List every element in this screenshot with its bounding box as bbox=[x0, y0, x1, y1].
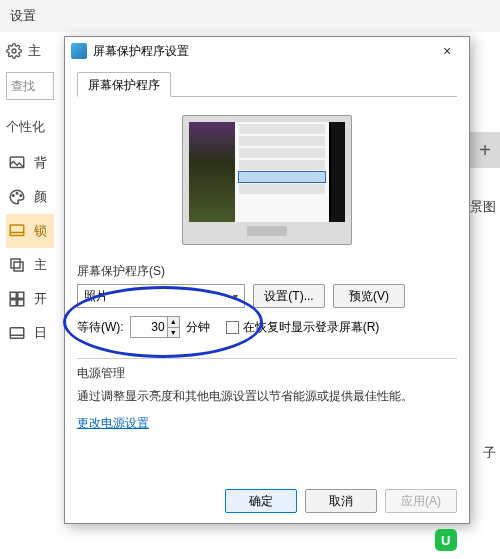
resume-checkbox[interactable]: 在恢复时显示登录屏幕(R) bbox=[226, 319, 380, 336]
settings-title: 设置 bbox=[10, 7, 36, 25]
add-button[interactable]: + bbox=[470, 132, 500, 168]
tab-strip: 屏幕保护程序 bbox=[77, 71, 457, 97]
svg-rect-5 bbox=[10, 225, 24, 236]
screensaver-dialog: 屏幕保护程序设置 × 屏幕保护程序 屏幕保护程序(S) bbox=[64, 36, 470, 524]
svg-rect-6 bbox=[11, 259, 20, 268]
svg-point-2 bbox=[13, 195, 15, 197]
close-icon: × bbox=[443, 43, 451, 59]
dialog-title: 屏幕保护程序设置 bbox=[93, 43, 189, 60]
sidebar-item-colors[interactable]: 颜 bbox=[6, 180, 54, 214]
sidebar-item-lockscreen[interactable]: 锁 bbox=[6, 214, 54, 248]
theme-icon bbox=[8, 256, 26, 274]
power-settings-link[interactable]: 更改电源设置 bbox=[77, 415, 457, 432]
resume-label: 在恢复时显示登录屏幕(R) bbox=[243, 319, 380, 336]
close-button[interactable]: × bbox=[431, 43, 463, 59]
sidebar-item-label: 颜 bbox=[34, 188, 47, 206]
svg-rect-11 bbox=[18, 300, 24, 306]
svg-rect-9 bbox=[18, 292, 24, 298]
sidebar-item-background[interactable]: 背 bbox=[6, 146, 54, 180]
svg-rect-7 bbox=[14, 262, 23, 271]
watermark-url: UJIAOSHOU.COM bbox=[418, 553, 494, 559]
svg-rect-8 bbox=[10, 292, 16, 298]
start-icon bbox=[8, 290, 26, 308]
svg-point-4 bbox=[20, 195, 22, 197]
sidebar-item-start[interactable]: 开 bbox=[6, 282, 54, 316]
tab-label: 屏幕保护程序 bbox=[88, 78, 160, 92]
tab-screensaver[interactable]: 屏幕保护程序 bbox=[77, 72, 171, 97]
wait-spinner[interactable]: ▲ ▼ bbox=[130, 316, 180, 338]
settings-sidebar: 主 查找 个性化 背 颜 锁 主 bbox=[0, 32, 60, 559]
monitor-screen bbox=[189, 122, 345, 222]
apply-button[interactable]: 应用(A) bbox=[385, 489, 457, 513]
svg-point-0 bbox=[12, 49, 16, 53]
wait-unit: 分钟 bbox=[186, 319, 210, 336]
plus-icon: + bbox=[479, 139, 491, 162]
power-management-desc: 通过调整显示亮度和其他电源设置以节省能源或提供最佳性能。 bbox=[77, 388, 457, 405]
search-input[interactable]: 查找 bbox=[6, 72, 54, 100]
gear-icon bbox=[6, 43, 22, 59]
screensaver-combo[interactable]: 照片 ▾ bbox=[77, 284, 245, 308]
sidebar-section-title: 个性化 bbox=[6, 118, 54, 136]
watermark-badge: U bbox=[435, 529, 457, 551]
sidebar-item-label: 背 bbox=[34, 154, 47, 172]
svg-point-3 bbox=[16, 193, 18, 195]
sidebar-item-themes[interactable]: 主 bbox=[6, 248, 54, 282]
lockscreen-icon bbox=[8, 222, 26, 240]
home-label: 主 bbox=[28, 42, 41, 60]
watermark-text: U教授 bbox=[461, 531, 496, 549]
svg-rect-12 bbox=[10, 328, 24, 339]
checkbox-icon bbox=[226, 321, 239, 334]
ok-button[interactable]: 确定 bbox=[225, 489, 297, 513]
wait-label: 等待(W): bbox=[77, 319, 124, 336]
monitor-preview bbox=[182, 115, 352, 245]
divider bbox=[77, 358, 457, 359]
settings-titlebar: 设置 bbox=[0, 0, 500, 32]
watermark: U U教授 bbox=[435, 529, 496, 551]
taskbar-icon bbox=[8, 324, 26, 342]
wait-input[interactable] bbox=[131, 317, 167, 337]
dialog-titlebar[interactable]: 屏幕保护程序设置 × bbox=[65, 37, 469, 65]
spin-up-button[interactable]: ▲ bbox=[167, 317, 179, 328]
search-placeholder: 查找 bbox=[11, 78, 35, 95]
chevron-down-icon: ▾ bbox=[233, 291, 238, 302]
svg-rect-10 bbox=[10, 300, 16, 306]
sidebar-item-label: 锁 bbox=[34, 222, 47, 240]
combo-value: 照片 bbox=[84, 288, 108, 305]
sidebar-item-taskbar[interactable]: 日 bbox=[6, 316, 54, 350]
settings-button[interactable]: 设置(T)... bbox=[253, 284, 325, 308]
sidebar-item-label: 日 bbox=[34, 324, 47, 342]
preview-button[interactable]: 预览(V) bbox=[333, 284, 405, 308]
sidebar-item-label: 开 bbox=[34, 290, 47, 308]
power-management-title: 电源管理 bbox=[77, 365, 457, 382]
spin-down-button[interactable]: ▼ bbox=[167, 328, 179, 338]
sidebar-item-label: 主 bbox=[34, 256, 47, 274]
preview-area bbox=[77, 115, 457, 245]
screensaver-icon bbox=[71, 43, 87, 59]
dialog-footer: 确定 取消 应用(A) bbox=[77, 479, 457, 513]
palette-icon bbox=[8, 188, 26, 206]
home-link[interactable]: 主 bbox=[6, 42, 54, 60]
image-icon bbox=[8, 154, 26, 172]
screensaver-group-label: 屏幕保护程序(S) bbox=[77, 263, 457, 280]
bg-right-label2: 子 bbox=[483, 444, 496, 462]
cancel-button[interactable]: 取消 bbox=[305, 489, 377, 513]
